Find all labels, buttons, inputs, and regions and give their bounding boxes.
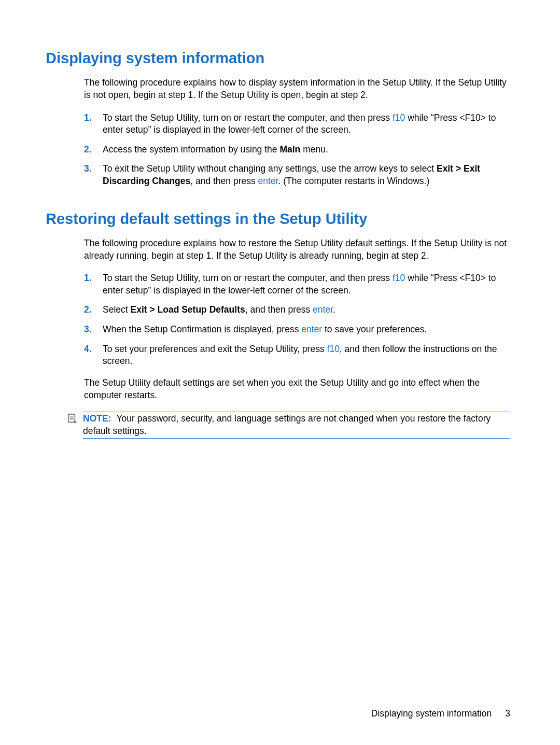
- key-enter: enter: [301, 324, 322, 334]
- text-fragment: . (The computer restarts in Windows.): [278, 176, 430, 186]
- step-number: 3.: [84, 163, 103, 175]
- section1-step-2: 2. Access the system information by usin…: [84, 144, 510, 156]
- key-f10: f10: [393, 273, 405, 283]
- document-page: Displaying system information The follow…: [0, 0, 560, 745]
- step-text: To start the Setup Utility, turn on or r…: [103, 112, 510, 136]
- section1-intro: The following procedure explains how to …: [84, 77, 510, 101]
- text-fragment: Access the system information by using t…: [103, 144, 279, 154]
- step-text: To start the Setup Utility, turn on or r…: [103, 272, 510, 297]
- bold-load-defaults: Exit > Load Setup Defaults: [131, 304, 245, 315]
- section1-body: The following procedure explains how to …: [84, 77, 510, 187]
- note-text: Your password, security, and language se…: [83, 413, 491, 436]
- section2-step-3: 3. When the Setup Confirmation is displa…: [84, 324, 510, 336]
- text-fragment: To start the Setup Utility, turn on or r…: [103, 273, 393, 283]
- step-text: When the Setup Confirmation is displayed…: [103, 324, 510, 336]
- step-number: 2.: [84, 304, 103, 316]
- step-text: Access the system information by using t…: [103, 144, 510, 156]
- step-number: 3.: [84, 324, 103, 336]
- note-icon: [66, 413, 78, 428]
- text-fragment: To set your preferences and exit the Set…: [103, 344, 327, 354]
- section1-step-1: 1. To start the Setup Utility, turn on o…: [84, 112, 510, 136]
- step-text: To set your preferences and exit the Set…: [103, 343, 510, 368]
- note-body: NOTE:Your password, security, and langua…: [83, 412, 510, 439]
- page-footer: Displaying system information3: [371, 708, 510, 719]
- step-number: 2.: [84, 144, 103, 156]
- section2-step-2: 2. Select Exit > Load Setup Defaults, an…: [84, 304, 510, 316]
- text-fragment: , and then press: [245, 304, 313, 315]
- step-text: To exit the Setup Utility without changi…: [103, 163, 510, 187]
- text-fragment: When the Setup Confirmation is displayed…: [103, 324, 301, 334]
- note-label: NOTE:: [83, 413, 111, 424]
- section2-intro: The following procedure explains how to …: [84, 237, 510, 262]
- section2-step-4: 4. To set your preferences and exit the …: [84, 343, 510, 368]
- text-fragment: To start the Setup Utility, turn on or r…: [103, 113, 393, 123]
- step-number: 1.: [84, 272, 103, 285]
- text-fragment: menu.: [300, 144, 328, 154]
- section2-step-1: 1. To start the Setup Utility, turn on o…: [84, 272, 510, 297]
- section2-body: The following procedure explains how to …: [84, 237, 510, 401]
- text-fragment: .: [333, 304, 335, 315]
- footer-chapter-title: Displaying system information: [371, 708, 492, 719]
- key-f10: f10: [393, 113, 405, 123]
- step-number: 4.: [84, 343, 103, 356]
- text-fragment: Select: [103, 304, 131, 315]
- key-f10: f10: [327, 344, 340, 354]
- text-fragment: To exit the Setup Utility without changi…: [103, 163, 437, 174]
- section2-followup: The Setup Utility default settings are s…: [84, 377, 510, 401]
- key-enter: enter: [258, 176, 278, 186]
- footer-page-number: 3: [505, 708, 510, 719]
- text-fragment: to save your preferences.: [322, 324, 427, 334]
- section1-steps: 1. To start the Setup Utility, turn on o…: [84, 112, 510, 188]
- heading-displaying-system-information: Displaying system information: [46, 49, 510, 67]
- step-number: 1.: [84, 112, 103, 124]
- section2-steps: 1. To start the Setup Utility, turn on o…: [84, 272, 510, 368]
- section1-step-3: 3. To exit the Setup Utility without cha…: [84, 163, 510, 187]
- text-fragment: , and then press: [190, 176, 258, 186]
- bold-main: Main: [279, 144, 300, 154]
- step-text: Select Exit > Load Setup Defaults, and t…: [103, 304, 510, 316]
- note-callout: NOTE:Your password, security, and langua…: [66, 412, 510, 439]
- heading-restoring-default-settings: Restoring default settings in the Setup …: [46, 209, 510, 228]
- key-enter: enter: [313, 304, 333, 315]
